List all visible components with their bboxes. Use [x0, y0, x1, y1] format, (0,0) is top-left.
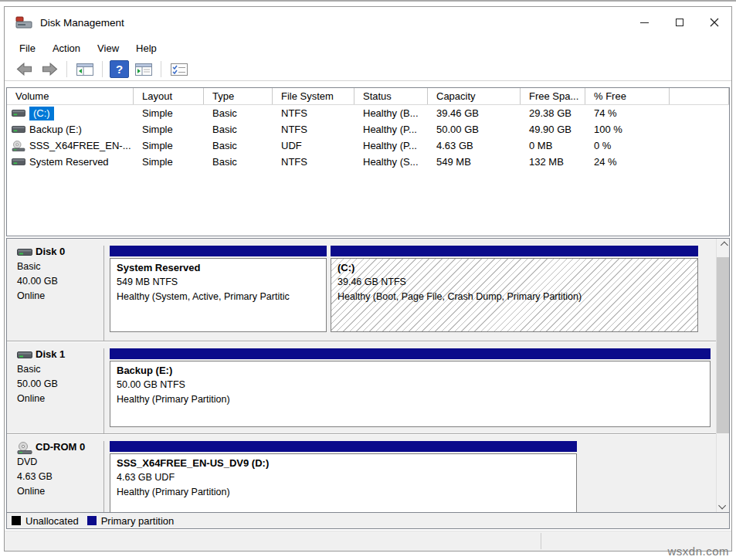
action-pane-button[interactable]: [133, 60, 154, 79]
forward-arrow-icon: [41, 63, 58, 76]
legend-bar: Unallocated Primary partition: [6, 513, 730, 529]
disk-name: CD-ROM 0: [36, 441, 85, 453]
cell-layout: Simple: [134, 124, 204, 135]
menu-help[interactable]: Help: [127, 39, 165, 57]
menubar: File Action View Help: [5, 38, 731, 58]
column-header-free-space[interactable]: Free Spa...: [521, 88, 585, 104]
toolbar-separator: [161, 61, 161, 77]
cell-layout: Simple: [134, 156, 204, 168]
volume-row-sss-x64free[interactable]: SSS_X64FREE_EN-... Simple Basic UDF Heal…: [7, 137, 729, 154]
properties-button[interactable]: [168, 60, 189, 79]
cell-percent-free: 100 %: [585, 124, 670, 135]
disk-pane-scrollbar[interactable]: [716, 239, 729, 512]
disk-rows: Disk 0 Basic 40.00 GB Online System Rese…: [7, 239, 716, 512]
disk-graph-pane: Disk 0 Basic 40.00 GB Online System Rese…: [6, 238, 730, 513]
disk0-graph: System Reserved 549 MB NTFS Healthy (Sys…: [104, 246, 716, 341]
cell-file-system: UDF: [273, 140, 354, 151]
hard-disk-icon: [17, 246, 32, 257]
volume-name: System Reserved: [29, 156, 109, 168]
cell-type: Basic: [204, 140, 273, 151]
legend-item-primary-partition: Primary partition: [87, 515, 175, 527]
partition-color-bar: [110, 348, 711, 359]
toolbar-separator: [102, 61, 103, 77]
action-pane-icon: [134, 62, 153, 77]
hard-disk-icon: [12, 108, 25, 118]
partition-color-bar: [110, 441, 577, 452]
cell-file-system: NTFS: [273, 156, 354, 168]
menu-file[interactable]: File: [11, 39, 44, 57]
column-header-volume[interactable]: Volume: [7, 88, 134, 104]
background-window-edge: [0, 0, 736, 2]
partition-detail: 4.63 GB UDF: [117, 470, 570, 485]
help-button[interactable]: ?: [110, 60, 129, 78]
cell-percent-free: 0 %: [585, 140, 670, 151]
scrollbar-thumb[interactable]: [717, 257, 729, 433]
cd-rom-icon: [12, 141, 25, 151]
hard-disk-icon: [17, 349, 32, 360]
watermark: wsxdn.com: [667, 545, 729, 558]
volume-table: Volume Layout Type File System Status Ca…: [6, 87, 730, 236]
cell-status: Healthy (B...: [354, 107, 428, 119]
column-header-percent-free[interactable]: % Free: [585, 88, 670, 104]
back-button[interactable]: [14, 60, 35, 79]
cdrom0-label[interactable]: CD-ROM 0 DVD 4.63 GB Online: [7, 441, 104, 512]
partition-c-selected[interactable]: (C:) 39.46 GB NTFS Healthy (Boot, Page F…: [331, 246, 698, 332]
disk-state: Online: [17, 484, 103, 499]
main-content: Volume Layout Type File System Status Ca…: [5, 81, 731, 529]
primary-partition-swatch: [87, 516, 97, 525]
cell-status: Healthy (P...: [354, 124, 428, 135]
scroll-up-button[interactable]: [717, 239, 729, 252]
titlebar: Disk Management: [5, 7, 731, 38]
column-header-type[interactable]: Type: [204, 88, 273, 104]
status-bar-divider: [541, 533, 541, 549]
disk-name: Disk 0: [36, 246, 65, 257]
column-header-capacity[interactable]: Capacity: [428, 88, 521, 104]
console-tree-button[interactable]: [74, 60, 95, 79]
column-header-status[interactable]: Status: [354, 88, 428, 104]
chevron-up-icon: [720, 242, 728, 249]
maximize-button[interactable]: [662, 7, 697, 38]
hard-disk-icon: [12, 124, 25, 134]
partition-backup-e[interactable]: Backup (E:) 50.00 GB NTFS Healthy (Prima…: [110, 348, 711, 427]
partition-sss-x64free-d[interactable]: SSS_X64FREE_EN-US_DV9 (D:) 4.63 GB UDF H…: [110, 441, 577, 512]
cell-capacity: 4.63 GB: [428, 140, 521, 151]
partition-health: Healthy (System, Active, Primary Partiti…: [117, 290, 320, 304]
column-header-blank: [670, 88, 729, 104]
close-button[interactable]: [697, 7, 731, 38]
disk-size: 50.00 GB: [17, 377, 103, 392]
partition-name: (C:): [337, 260, 691, 275]
disk-size: 40.00 GB: [17, 274, 103, 289]
volume-row-backup-e[interactable]: Backup (E:) Simple Basic NTFS Healthy (P…: [7, 121, 729, 137]
forward-button[interactable]: [39, 60, 59, 79]
properties-list-icon: [170, 62, 188, 77]
cell-status: Healthy (S...: [354, 156, 428, 168]
minimize-button[interactable]: [627, 7, 662, 38]
partition-detail: 50.00 GB NTFS: [117, 378, 704, 392]
disk0-label[interactable]: Disk 0 Basic 40.00 GB Online: [7, 246, 104, 341]
partition-system-reserved[interactable]: System Reserved 549 MB NTFS Healthy (Sys…: [110, 246, 327, 332]
close-icon: [710, 18, 719, 27]
cell-free-space: 49.90 GB: [521, 124, 585, 135]
cell-layout: Simple: [134, 140, 204, 151]
cell-layout: Simple: [134, 107, 204, 119]
disk-state: Online: [17, 289, 103, 304]
disk-row-disk0: Disk 0 Basic 40.00 GB Online System Rese…: [7, 239, 716, 341]
legend-item-unallocated: Unallocated: [12, 515, 79, 527]
scroll-down-button[interactable]: [717, 499, 729, 512]
menu-action[interactable]: Action: [44, 39, 89, 57]
cell-capacity: 50.00 GB: [428, 124, 521, 135]
column-header-file-system[interactable]: File System: [273, 88, 354, 104]
volume-row-system-reserved[interactable]: System Reserved Simple Basic NTFS Health…: [7, 154, 729, 170]
cell-free-space: 29.38 GB: [521, 107, 585, 119]
partition-name: Backup (E:): [117, 363, 704, 378]
cell-type: Basic: [204, 124, 273, 135]
partition-color-bar: [331, 246, 698, 256]
menu-view[interactable]: View: [89, 39, 127, 57]
volume-name-selected: (C:): [29, 107, 54, 120]
cell-file-system: NTFS: [273, 107, 354, 119]
column-header-layout[interactable]: Layout: [134, 88, 204, 104]
volume-row-c[interactable]: (C:) Simple Basic NTFS Healthy (B... 39.…: [7, 105, 729, 121]
disk1-label[interactable]: Disk 1 Basic 50.00 GB Online: [7, 348, 104, 433]
partition-name: SSS_X64FREE_EN-US_DV9 (D:): [117, 456, 570, 470]
disk-name: Disk 1: [36, 348, 65, 360]
